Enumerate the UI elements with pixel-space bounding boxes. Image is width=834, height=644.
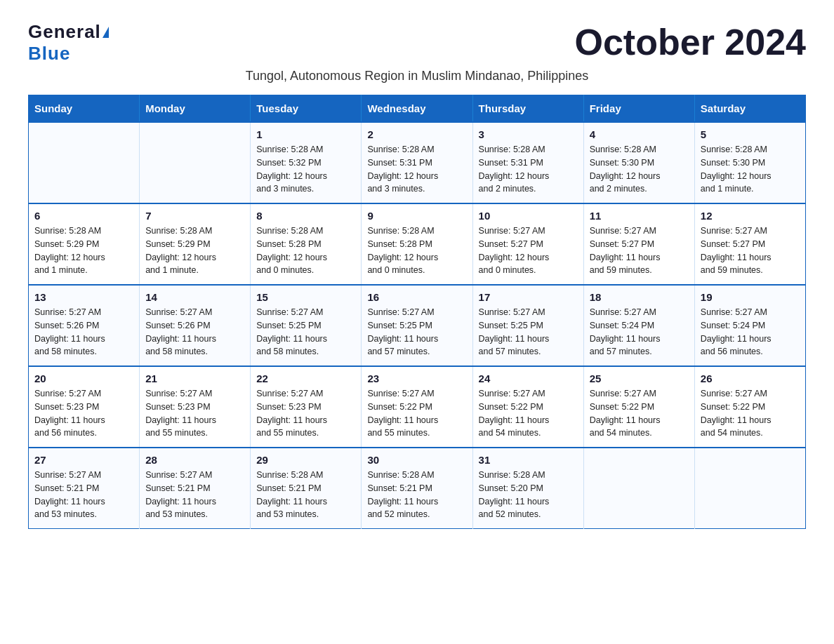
header-tuesday: Tuesday: [251, 95, 362, 123]
day-number: 16: [367, 291, 466, 303]
calendar-cell: 1Sunrise: 5:28 AMSunset: 5:32 PMDaylight…: [251, 122, 362, 203]
month-title: October 2024: [575, 21, 807, 63]
calendar-cell: 23Sunrise: 5:27 AMSunset: 5:22 PMDayligh…: [362, 366, 472, 448]
calendar-cell: 5Sunrise: 5:28 AMSunset: 5:30 PMDaylight…: [694, 122, 805, 203]
calendar-cell: 15Sunrise: 5:27 AMSunset: 5:25 PMDayligh…: [251, 285, 362, 366]
day-info: Sunrise: 5:28 AMSunset: 5:28 PMDaylight:…: [367, 224, 466, 277]
logo-general-text: General: [28, 21, 101, 43]
calendar-cell: 20Sunrise: 5:27 AMSunset: 5:23 PMDayligh…: [29, 366, 140, 448]
header-saturday: Saturday: [694, 95, 805, 123]
calendar-cell: 13Sunrise: 5:27 AMSunset: 5:26 PMDayligh…: [29, 285, 140, 366]
week-row-5: 27Sunrise: 5:27 AMSunset: 5:21 PMDayligh…: [29, 448, 806, 529]
day-info: Sunrise: 5:28 AMSunset: 5:28 PMDaylight:…: [256, 224, 355, 277]
calendar-cell: 4Sunrise: 5:28 AMSunset: 5:30 PMDaylight…: [583, 122, 694, 203]
day-info: Sunrise: 5:27 AMSunset: 5:23 PMDaylight:…: [34, 387, 133, 440]
calendar-cell: 14Sunrise: 5:27 AMSunset: 5:26 PMDayligh…: [140, 285, 251, 366]
day-number: 18: [590, 291, 689, 303]
day-info: Sunrise: 5:27 AMSunset: 5:25 PMDaylight:…: [256, 306, 355, 358]
week-row-1: 1Sunrise: 5:28 AMSunset: 5:32 PMDaylight…: [29, 122, 806, 203]
header-monday: Monday: [140, 95, 251, 123]
day-number: 28: [145, 454, 244, 466]
calendar-cell: [694, 448, 805, 529]
calendar-cell: 31Sunrise: 5:28 AMSunset: 5:20 PMDayligh…: [472, 448, 583, 529]
calendar-table: SundayMondayTuesdayWednesdayThursdayFrid…: [28, 95, 806, 529]
day-number: 29: [256, 454, 355, 466]
day-number: 20: [34, 373, 133, 384]
day-info: Sunrise: 5:28 AMSunset: 5:29 PMDaylight:…: [145, 224, 244, 277]
day-info: Sunrise: 5:27 AMSunset: 5:21 PMDaylight:…: [34, 469, 133, 521]
header-thursday: Thursday: [472, 95, 583, 123]
day-number: 8: [256, 210, 355, 222]
calendar-cell: [29, 122, 140, 203]
calendar-cell: [583, 448, 694, 529]
header-sunday: Sunday: [29, 95, 140, 123]
calendar-cell: 28Sunrise: 5:27 AMSunset: 5:21 PMDayligh…: [140, 448, 251, 529]
day-number: 1: [256, 128, 355, 140]
logo-blue-text: Blue: [28, 43, 70, 65]
day-info: Sunrise: 5:27 AMSunset: 5:22 PMDaylight:…: [590, 387, 689, 440]
day-number: 24: [479, 373, 578, 384]
day-info: Sunrise: 5:28 AMSunset: 5:29 PMDaylight:…: [34, 224, 133, 277]
day-info: Sunrise: 5:28 AMSunset: 5:30 PMDaylight:…: [590, 143, 689, 196]
day-number: 12: [701, 210, 800, 222]
calendar-cell: 26Sunrise: 5:27 AMSunset: 5:22 PMDayligh…: [694, 366, 805, 448]
header: General Blue October 2024: [28, 21, 806, 65]
day-number: 2: [367, 128, 466, 140]
calendar-cell: [140, 122, 251, 203]
calendar-cell: 16Sunrise: 5:27 AMSunset: 5:25 PMDayligh…: [362, 285, 472, 366]
day-number: 17: [479, 291, 578, 303]
day-number: 21: [145, 373, 244, 384]
calendar-cell: 10Sunrise: 5:27 AMSunset: 5:27 PMDayligh…: [472, 203, 583, 285]
calendar-cell: 9Sunrise: 5:28 AMSunset: 5:28 PMDaylight…: [362, 203, 472, 285]
day-info: Sunrise: 5:27 AMSunset: 5:25 PMDaylight:…: [367, 306, 466, 358]
day-info: Sunrise: 5:28 AMSunset: 5:31 PMDaylight:…: [479, 143, 578, 196]
header-friday: Friday: [583, 95, 694, 123]
day-number: 6: [34, 210, 133, 222]
calendar-cell: 11Sunrise: 5:27 AMSunset: 5:27 PMDayligh…: [583, 203, 694, 285]
day-number: 27: [34, 454, 133, 466]
day-info: Sunrise: 5:27 AMSunset: 5:26 PMDaylight:…: [34, 306, 133, 358]
day-number: 25: [590, 373, 689, 384]
day-number: 30: [367, 454, 466, 466]
calendar-cell: 7Sunrise: 5:28 AMSunset: 5:29 PMDaylight…: [140, 203, 251, 285]
header-row: SundayMondayTuesdayWednesdayThursdayFrid…: [29, 95, 806, 123]
day-info: Sunrise: 5:27 AMSunset: 5:25 PMDaylight:…: [479, 306, 578, 358]
day-number: 23: [367, 373, 466, 384]
day-number: 10: [479, 210, 578, 222]
calendar-cell: 19Sunrise: 5:27 AMSunset: 5:24 PMDayligh…: [694, 285, 805, 366]
calendar-body: 1Sunrise: 5:28 AMSunset: 5:32 PMDaylight…: [29, 122, 806, 529]
calendar-cell: 25Sunrise: 5:27 AMSunset: 5:22 PMDayligh…: [583, 366, 694, 448]
day-number: 19: [701, 291, 800, 303]
day-info: Sunrise: 5:27 AMSunset: 5:22 PMDaylight:…: [367, 387, 466, 440]
day-info: Sunrise: 5:28 AMSunset: 5:21 PMDaylight:…: [256, 469, 355, 521]
day-info: Sunrise: 5:28 AMSunset: 5:32 PMDaylight:…: [256, 143, 355, 196]
week-row-2: 6Sunrise: 5:28 AMSunset: 5:29 PMDaylight…: [29, 203, 806, 285]
calendar-cell: 6Sunrise: 5:28 AMSunset: 5:29 PMDaylight…: [29, 203, 140, 285]
calendar-cell: 21Sunrise: 5:27 AMSunset: 5:23 PMDayligh…: [140, 366, 251, 448]
day-info: Sunrise: 5:27 AMSunset: 5:21 PMDaylight:…: [145, 469, 244, 521]
day-number: 14: [145, 291, 244, 303]
day-number: 3: [479, 128, 578, 140]
calendar-cell: 30Sunrise: 5:28 AMSunset: 5:21 PMDayligh…: [362, 448, 472, 529]
header-wednesday: Wednesday: [362, 95, 472, 123]
calendar-cell: 18Sunrise: 5:27 AMSunset: 5:24 PMDayligh…: [583, 285, 694, 366]
calendar-header: SundayMondayTuesdayWednesdayThursdayFrid…: [29, 95, 806, 123]
calendar-cell: 27Sunrise: 5:27 AMSunset: 5:21 PMDayligh…: [29, 448, 140, 529]
day-number: 13: [34, 291, 133, 303]
calendar-cell: 24Sunrise: 5:27 AMSunset: 5:22 PMDayligh…: [472, 366, 583, 448]
calendar-cell: 3Sunrise: 5:28 AMSunset: 5:31 PMDaylight…: [472, 122, 583, 203]
day-number: 7: [145, 210, 244, 222]
day-info: Sunrise: 5:27 AMSunset: 5:24 PMDaylight:…: [701, 306, 800, 358]
day-number: 15: [256, 291, 355, 303]
calendar-cell: 8Sunrise: 5:28 AMSunset: 5:28 PMDaylight…: [251, 203, 362, 285]
day-info: Sunrise: 5:28 AMSunset: 5:30 PMDaylight:…: [701, 143, 800, 196]
calendar-cell: 22Sunrise: 5:27 AMSunset: 5:23 PMDayligh…: [251, 366, 362, 448]
logo-triangle-icon: [102, 27, 109, 38]
day-info: Sunrise: 5:28 AMSunset: 5:20 PMDaylight:…: [479, 469, 578, 521]
day-info: Sunrise: 5:27 AMSunset: 5:27 PMDaylight:…: [590, 224, 689, 277]
day-info: Sunrise: 5:27 AMSunset: 5:27 PMDaylight:…: [701, 224, 800, 277]
week-row-3: 13Sunrise: 5:27 AMSunset: 5:26 PMDayligh…: [29, 285, 806, 366]
day-info: Sunrise: 5:27 AMSunset: 5:27 PMDaylight:…: [479, 224, 578, 277]
calendar-cell: 29Sunrise: 5:28 AMSunset: 5:21 PMDayligh…: [251, 448, 362, 529]
day-number: 22: [256, 373, 355, 384]
